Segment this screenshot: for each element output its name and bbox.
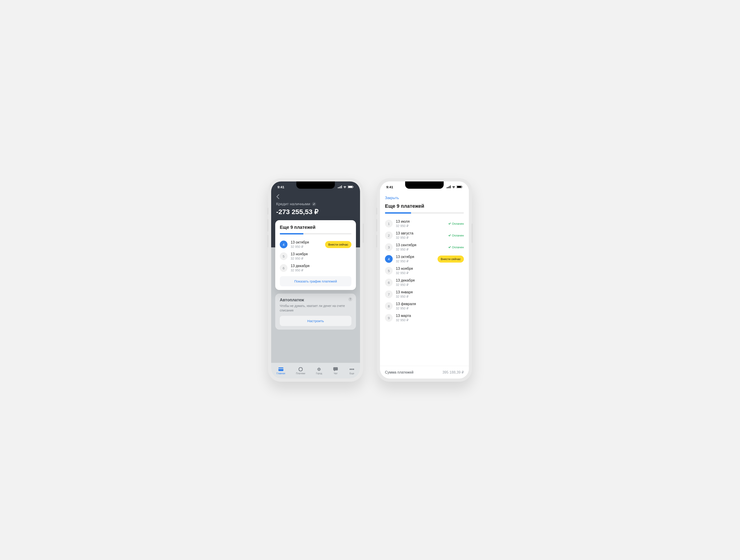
payment-date: 13 сентября [396,243,445,247]
payment-number: 3 [385,243,393,251]
autopay-configure-button[interactable]: Настроить [280,316,351,326]
status-time: 9:41 [386,185,393,189]
svg-rect-15 [448,187,448,188]
svg-rect-19 [457,186,461,188]
schedule-title: Еще 9 платежей [385,203,464,209]
payment-date: 13 февраля [396,302,464,306]
payment-date: 13 октября [396,255,434,259]
payment-row[interactable]: 913 марта32 950 ₽ [385,312,464,324]
wifi-icon [343,186,347,188]
payment-row[interactable]: 413 октября32 950 ₽Внести сейчас [280,239,351,250]
payment-date: 13 декабря [396,278,464,283]
payment-number: 6 [280,264,287,272]
diamond-icon [316,367,322,371]
payment-date: 13 июля [396,220,445,224]
payment-number: 4 [385,255,393,263]
circle-icon [298,367,303,371]
tab-card[interactable]: Главная [277,367,285,375]
signal-icon [447,186,451,188]
payment-row[interactable]: 313 сентября32 950 ₽Оплачен [385,241,464,253]
payment-amount: 32 950 ₽ [396,224,445,228]
payment-row[interactable]: 213 августа32 950 ₽Оплачен [385,229,464,241]
chat-icon [333,367,338,371]
dots-icon [349,367,355,371]
payment-row[interactable]: 613 декабря32 950 ₽ [280,262,351,274]
payment-row[interactable]: 513 ноября32 950 ₽ [280,250,351,262]
payment-row[interactable]: 813 февраля32 950 ₽ [385,300,464,312]
edit-icon[interactable] [312,202,316,206]
help-icon[interactable]: ? [348,297,352,301]
payment-row[interactable]: 413 октября32 950 ₽Внести сейчас [385,253,464,265]
pay-now-button[interactable]: Внести сейчас [438,255,464,262]
svg-rect-17 [450,186,451,188]
payment-date: 13 января [396,290,464,294]
svg-rect-3 [341,186,342,188]
autopay-card: ? Автоплатеж Чтобы не думать, хватает ли… [275,294,356,330]
svg-rect-20 [462,187,462,187]
svg-rect-0 [338,187,339,188]
payment-amount: 32 950 ₽ [396,307,464,310]
tab-bar: ГлавнаяПлатежиГородЧатЕще [271,363,360,378]
notch [296,182,335,189]
tab-label: Платежи [296,372,305,375]
show-schedule-button[interactable]: Показать график платежей [280,276,351,286]
payments-card: Еще 9 платежей 413 октября32 950 ₽Внести… [275,220,356,290]
svg-rect-6 [353,187,354,187]
svg-rect-2 [340,186,341,188]
tab-dots[interactable]: Еще [349,367,355,375]
tab-circle[interactable]: Платежи [296,367,305,375]
tab-label: Город [316,372,322,375]
payment-row[interactable]: 713 января32 950 ₽ [385,289,464,300]
progress-bar [385,212,464,214]
payment-date: 13 марта [396,314,464,318]
back-button[interactable] [276,193,281,200]
payment-number: 9 [385,314,393,322]
svg-rect-5 [348,186,352,188]
payment-number: 4 [280,241,287,248]
autopay-desc: Чтобы не думать, хватает ли денег на сче… [280,304,351,313]
payment-amount: 32 950 ₽ [396,259,434,263]
tab-chat[interactable]: Чат [333,367,338,375]
progress-bar [280,233,351,234]
svg-rect-14 [447,187,447,188]
close-button[interactable]: Закрыть [385,194,464,203]
notch [405,182,444,189]
svg-point-13 [353,368,354,370]
battery-icon [348,186,354,188]
payment-amount: 32 950 ₽ [291,268,351,272]
payment-amount: 32 950 ₽ [396,283,464,287]
paid-status: Оплачен [448,246,464,249]
totals-label: Сумма платежей [385,370,413,374]
payment-row[interactable]: 513 ноября32 950 ₽ [385,265,464,276]
tab-label: Главная [277,372,285,375]
payment-number: 2 [385,231,393,239]
phone-mockup-1: 9:41 Кредит на [268,178,363,382]
payment-amount: 32 950 ₽ [291,245,322,248]
payment-number: 1 [385,220,393,227]
tab-diamond[interactable]: Город [316,367,322,375]
svg-rect-7 [278,367,283,371]
svg-point-11 [350,368,351,370]
paid-status: Оплачен [448,234,464,237]
pay-now-button[interactable]: Внести сейчас [325,241,351,248]
signal-icon [338,186,342,188]
payment-row[interactable]: 613 декабря32 950 ₽ [385,276,464,289]
payment-number: 5 [385,267,393,274]
payment-date: 13 августа [396,231,445,235]
wifi-icon [452,186,455,188]
autopay-title: Автоплатеж [280,298,351,303]
payment-date: 13 октября [291,240,322,244]
payment-number: 6 [385,278,393,286]
totals-value: 395 188,39 ₽ [442,370,464,374]
svg-rect-8 [278,368,283,369]
payment-number: 7 [385,291,393,298]
payment-number: 8 [385,302,393,310]
svg-point-12 [351,368,353,370]
payment-amount: 32 950 ₽ [291,257,351,260]
payment-row[interactable]: 113 июля32 950 ₽Оплачен [385,218,464,229]
tab-label: Чат [334,372,338,375]
card-title: Еще 9 платежей [280,225,351,230]
loan-title: Кредит наличными [276,202,310,206]
paid-status: Оплачен [448,222,464,225]
payment-number: 5 [280,252,287,260]
